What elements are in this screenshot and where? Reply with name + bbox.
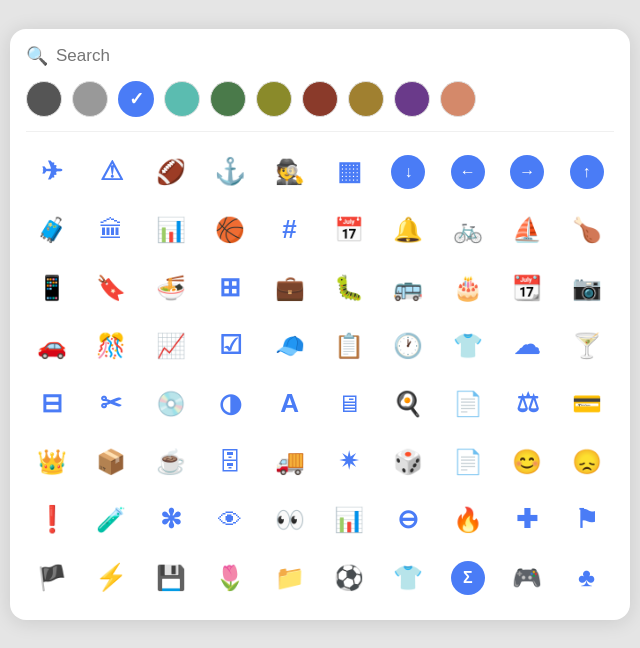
icon-cell-13[interactable]: 🏀 [204, 204, 256, 256]
icon-cell-43[interactable]: ◑ [204, 378, 256, 430]
icon-cell-60[interactable]: ❗ [26, 494, 78, 546]
icon-cell-68[interactable]: ✚ [501, 494, 553, 546]
icon-cell-66[interactable]: ⊖ [382, 494, 434, 546]
icon-cell-69[interactable]: ⚑ [561, 494, 613, 546]
icon-cell-32[interactable]: 📈 [145, 320, 197, 372]
icon-cell-25[interactable]: 🐛 [323, 262, 375, 314]
icon-cell-63[interactable]: 👁 [204, 494, 256, 546]
icon-cell-0[interactable]: ✈ [26, 146, 78, 198]
icon-cell-42[interactable]: 💿 [145, 378, 197, 430]
icon-cell-22[interactable]: 🍜 [145, 262, 197, 314]
icon-cell-77[interactable]: Σ [442, 552, 494, 604]
color-selector [26, 81, 614, 132]
icon-cell-50[interactable]: 👑 [26, 436, 78, 488]
icon-cell-29[interactable]: 📷 [561, 262, 613, 314]
icon-cell-59[interactable]: 😞 [561, 436, 613, 488]
icon-cell-53[interactable]: 🗄 [204, 436, 256, 488]
icon-picker-panel: 🔍 ✈⚠🏈⚓🕵▦↓←→↑🧳🏛📊🏀#📅🔔🚲⛵🍗📱🔖🍜⊞💼🐛🚌🎂📆📷🚗🎊📈☑🧢📋🕐👕… [10, 29, 630, 620]
icon-cell-49[interactable]: 💳 [561, 378, 613, 430]
icon-cell-44[interactable]: A [264, 378, 316, 430]
icon-cell-30[interactable]: 🚗 [26, 320, 78, 372]
icon-cell-64[interactable]: 👀 [264, 494, 316, 546]
icon-cell-31[interactable]: 🎊 [85, 320, 137, 372]
icon-cell-5[interactable]: ▦ [323, 146, 375, 198]
icon-cell-3[interactable]: ⚓ [204, 146, 256, 198]
icon-cell-15[interactable]: 📅 [323, 204, 375, 256]
icon-cell-33[interactable]: ☑ [204, 320, 256, 372]
icon-cell-21[interactable]: 🔖 [85, 262, 137, 314]
color-dot-dark-green[interactable] [210, 81, 246, 117]
icon-cell-6[interactable]: ↓ [382, 146, 434, 198]
color-dot-peach[interactable] [440, 81, 476, 117]
search-icon: 🔍 [26, 45, 48, 67]
icon-cell-28[interactable]: 📆 [501, 262, 553, 314]
color-dot-blue[interactable] [118, 81, 154, 117]
icon-cell-58[interactable]: 😊 [501, 436, 553, 488]
icon-cell-17[interactable]: 🚲 [442, 204, 494, 256]
icon-cell-8[interactable]: → [501, 146, 553, 198]
icon-cell-38[interactable]: ☁ [501, 320, 553, 372]
icon-cell-16[interactable]: 🔔 [382, 204, 434, 256]
icon-cell-75[interactable]: ⚽ [323, 552, 375, 604]
icon-cell-61[interactable]: 🧪 [85, 494, 137, 546]
icon-cell-9[interactable]: ↑ [561, 146, 613, 198]
color-dot-gold[interactable] [348, 81, 384, 117]
icon-cell-46[interactable]: 🍳 [382, 378, 434, 430]
icon-cell-36[interactable]: 🕐 [382, 320, 434, 372]
icon-cell-73[interactable]: 🌷 [204, 552, 256, 604]
icon-cell-70[interactable]: 🏴 [26, 552, 78, 604]
icon-cell-65[interactable]: 📊 [323, 494, 375, 546]
icon-cell-11[interactable]: 🏛 [85, 204, 137, 256]
search-box: 🔍 [26, 45, 256, 67]
icon-cell-57[interactable]: 📄 [442, 436, 494, 488]
icon-cell-26[interactable]: 🚌 [382, 262, 434, 314]
icon-cell-54[interactable]: 🚚 [264, 436, 316, 488]
icon-cell-47[interactable]: 📄 [442, 378, 494, 430]
icon-cell-27[interactable]: 🎂 [442, 262, 494, 314]
icon-cell-37[interactable]: 👕 [442, 320, 494, 372]
icon-cell-10[interactable]: 🧳 [26, 204, 78, 256]
icon-cell-72[interactable]: 💾 [145, 552, 197, 604]
icon-cell-4[interactable]: 🕵 [264, 146, 316, 198]
icon-cell-1[interactable]: ⚠ [85, 146, 137, 198]
icon-cell-41[interactable]: ✂ [85, 378, 137, 430]
color-dot-red-brown[interactable] [302, 81, 338, 117]
icon-cell-74[interactable]: 📁 [264, 552, 316, 604]
icon-cell-55[interactable]: ✴ [323, 436, 375, 488]
panel-header: 🔍 [26, 45, 614, 67]
icon-cell-7[interactable]: ← [442, 146, 494, 198]
icon-cell-62[interactable]: ✻ [145, 494, 197, 546]
icon-cell-67[interactable]: 🔥 [442, 494, 494, 546]
icon-cell-79[interactable]: ♣ [561, 552, 613, 604]
search-input[interactable] [56, 46, 256, 66]
icon-cell-12[interactable]: 📊 [145, 204, 197, 256]
icon-cell-40[interactable]: ⊟ [26, 378, 78, 430]
color-dot-dark-gray[interactable] [26, 81, 62, 117]
icon-cell-52[interactable]: ☕ [145, 436, 197, 488]
icon-cell-23[interactable]: ⊞ [204, 262, 256, 314]
icon-cell-39[interactable]: 🍸 [561, 320, 613, 372]
color-dot-olive[interactable] [256, 81, 292, 117]
icon-cell-71[interactable]: ⚡ [85, 552, 137, 604]
icon-cell-34[interactable]: 🧢 [264, 320, 316, 372]
icon-cell-51[interactable]: 📦 [85, 436, 137, 488]
icon-cell-20[interactable]: 📱 [26, 262, 78, 314]
icon-grid: ✈⚠🏈⚓🕵▦↓←→↑🧳🏛📊🏀#📅🔔🚲⛵🍗📱🔖🍜⊞💼🐛🚌🎂📆📷🚗🎊📈☑🧢📋🕐👕☁🍸… [26, 146, 614, 604]
color-dot-purple[interactable] [394, 81, 430, 117]
icon-cell-24[interactable]: 💼 [264, 262, 316, 314]
icon-cell-45[interactable]: 🖥 [323, 378, 375, 430]
icon-cell-78[interactable]: 🎮 [501, 552, 553, 604]
icon-cell-76[interactable]: 👕 [382, 552, 434, 604]
icon-cell-35[interactable]: 📋 [323, 320, 375, 372]
icon-cell-19[interactable]: 🍗 [561, 204, 613, 256]
icon-cell-48[interactable]: ⚖ [501, 378, 553, 430]
icon-cell-14[interactable]: # [264, 204, 316, 256]
color-dot-medium-gray[interactable] [72, 81, 108, 117]
icon-cell-2[interactable]: 🏈 [145, 146, 197, 198]
color-dot-teal[interactable] [164, 81, 200, 117]
icon-cell-18[interactable]: ⛵ [501, 204, 553, 256]
icon-cell-56[interactable]: 🎲 [382, 436, 434, 488]
